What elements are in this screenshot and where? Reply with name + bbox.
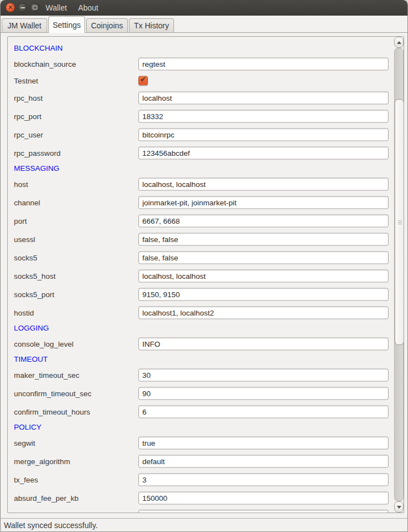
form-row: absurd_fee_per_kb bbox=[8, 489, 394, 507]
confirm_timeout_hours-input[interactable] bbox=[138, 405, 389, 418]
form-row: usessl bbox=[8, 230, 394, 248]
scrollbar-grip-icon bbox=[398, 222, 402, 223]
maker_timeout_sec-label: maker_timeout_sec bbox=[14, 371, 79, 379]
section-title: BLOCKCHAIN bbox=[8, 42, 394, 55]
socks5_host-label: socks5_host bbox=[14, 272, 56, 280]
chevron-down-icon bbox=[397, 506, 401, 509]
tab-bar: JM Wallet Settings Coinjoins Tx History bbox=[1, 16, 407, 32]
tab-tx-history[interactable]: Tx History bbox=[129, 18, 174, 32]
section-title: TIMEOUT bbox=[8, 353, 394, 366]
tab-jm-wallet[interactable]: JM Wallet bbox=[2, 18, 47, 32]
form-row: rpc_host bbox=[8, 88, 394, 107]
close-icon: ✕ bbox=[6, 3, 14, 12]
form-row: console_log_level bbox=[8, 334, 394, 353]
host-input[interactable] bbox=[138, 178, 389, 190]
section-title: POLICY bbox=[8, 421, 394, 434]
segwit-input[interactable] bbox=[138, 436, 389, 449]
form-row: Testnet✔ bbox=[8, 73, 394, 88]
unconfirm_timeout_sec-input[interactable] bbox=[138, 387, 389, 400]
rpc_port-input[interactable] bbox=[138, 110, 389, 122]
tx_fees-input[interactable] bbox=[138, 473, 389, 486]
usessl-label: usessl bbox=[14, 235, 35, 243]
absurd_fee_per_kb-label: absurd_fee_per_kb bbox=[14, 494, 78, 502]
checkmark-icon: ✔ bbox=[140, 75, 146, 83]
form-row: socks5_host bbox=[8, 267, 394, 285]
tx_fees-label: tx_fees bbox=[14, 475, 38, 484]
application-window: ✕ Wallet About JM Wallet Settings Coinjo… bbox=[0, 0, 408, 532]
form-row: maker_timeout_sec bbox=[8, 366, 394, 384]
port-input[interactable] bbox=[138, 214, 389, 227]
rpc_password-label: rpc_password bbox=[14, 149, 61, 157]
vertical-scrollbar bbox=[394, 37, 404, 513]
rpc_user-input[interactable] bbox=[138, 128, 389, 141]
merge_algorithm-label: merge_algorithm bbox=[14, 457, 70, 465]
settings-pane: BLOCKCHAINblockchain_sourceTestnet✔rpc_h… bbox=[1, 32, 407, 518]
form-row: blockchain_source bbox=[8, 55, 394, 73]
form-row: rpc_user bbox=[8, 125, 394, 144]
clipped-input[interactable] bbox=[138, 510, 389, 513]
tab-coinjoins[interactable]: Coinjoins bbox=[86, 18, 128, 32]
menu-about[interactable]: About bbox=[77, 3, 99, 12]
form-row: socks5 bbox=[8, 248, 394, 267]
chevron-up-icon bbox=[397, 41, 401, 44]
socks5_port-input[interactable] bbox=[138, 288, 389, 301]
blockchain_source-input[interactable] bbox=[138, 57, 389, 70]
console_log_level-input[interactable] bbox=[138, 337, 389, 350]
rpc_host-input[interactable] bbox=[138, 91, 389, 104]
scrollbar-down-button[interactable] bbox=[394, 501, 404, 513]
rpc_user-label: rpc_user bbox=[14, 130, 43, 139]
maximize-icon bbox=[31, 3, 39, 12]
hostid-label: hostid bbox=[14, 308, 34, 317]
blockchain_source-label: blockchain_source bbox=[14, 60, 76, 68]
minimize-button[interactable] bbox=[18, 3, 27, 12]
status-bar: Wallet synced successfully. bbox=[1, 518, 407, 532]
hostid-input[interactable] bbox=[138, 306, 389, 319]
channel-input[interactable] bbox=[138, 196, 389, 209]
form-row: tx_fees bbox=[8, 470, 394, 489]
close-button[interactable]: ✕ bbox=[6, 3, 15, 12]
form-row: rpc_password bbox=[8, 144, 394, 162]
usessl-input[interactable] bbox=[138, 233, 389, 245]
testnet-checkbox[interactable]: ✔ bbox=[138, 76, 148, 86]
menu-wallet[interactable]: Wallet bbox=[44, 3, 68, 12]
socks5-label: socks5 bbox=[14, 253, 37, 262]
confirm_timeout_hours-label: confirm_timeout_hours bbox=[14, 407, 90, 416]
Testnet-label: Testnet bbox=[14, 77, 38, 85]
form-row: port bbox=[8, 211, 394, 230]
form-row: confirm_timeout_hours bbox=[8, 402, 394, 421]
scrollbar-track[interactable] bbox=[394, 48, 404, 501]
status-message: Wallet synced successfully. bbox=[4, 521, 98, 530]
form-row: rpc_port bbox=[8, 107, 394, 125]
maximize-button[interactable] bbox=[30, 3, 39, 12]
tab-settings[interactable]: Settings bbox=[48, 16, 85, 33]
rpc_password-input[interactable] bbox=[138, 146, 389, 159]
console_log_level-label: console_log_level bbox=[14, 339, 73, 348]
settings-form: BLOCKCHAINblockchain_sourceTestnet✔rpc_h… bbox=[8, 37, 394, 513]
socks5_host-input[interactable] bbox=[138, 269, 389, 282]
menubar: Wallet About bbox=[44, 0, 99, 16]
titlebar: ✕ Wallet About bbox=[1, 0, 407, 16]
form-row: hostid bbox=[8, 303, 394, 322]
form-row bbox=[8, 507, 394, 513]
form-row: host bbox=[8, 175, 394, 193]
scrollbar-thumb[interactable] bbox=[395, 99, 404, 345]
scrollbar-up-button[interactable] bbox=[394, 37, 404, 48]
host-label: host bbox=[14, 180, 28, 188]
form-row: socks5_port bbox=[8, 285, 394, 303]
form-row: unconfirm_timeout_sec bbox=[8, 384, 394, 402]
merge_algorithm-input[interactable] bbox=[138, 455, 389, 467]
socks5_port-label: socks5_port bbox=[14, 290, 54, 298]
segwit-label: segwit bbox=[14, 439, 35, 447]
port-label: port bbox=[14, 216, 27, 225]
absurd_fee_per_kb-input[interactable] bbox=[138, 491, 389, 504]
form-row: channel bbox=[8, 193, 394, 211]
unconfirm_timeout_sec-label: unconfirm_timeout_sec bbox=[14, 389, 92, 397]
maker_timeout_sec-input[interactable] bbox=[138, 368, 389, 381]
section-title: MESSAGING bbox=[8, 162, 394, 175]
socks5-input[interactable] bbox=[138, 251, 389, 264]
section-title: LOGGING bbox=[8, 322, 394, 334]
form-row: segwit bbox=[8, 434, 394, 452]
settings-scroll-area: BLOCKCHAINblockchain_sourceTestnet✔rpc_h… bbox=[7, 36, 404, 513]
rpc_port-label: rpc_port bbox=[14, 112, 42, 120]
minimize-icon bbox=[18, 3, 27, 12]
